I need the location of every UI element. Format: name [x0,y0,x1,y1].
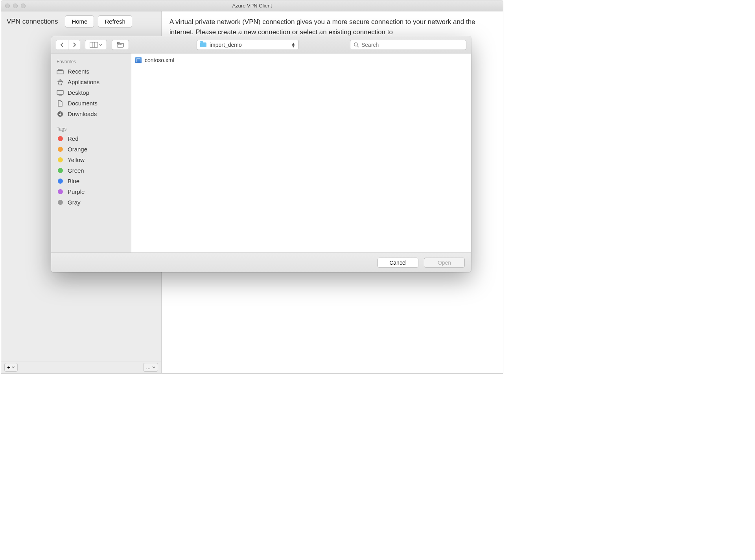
description-text: A virtual private network (VPN) connecti… [169,17,495,37]
back-button[interactable] [56,40,68,50]
tag-yellow[interactable]: Yellow [51,155,131,165]
chevron-down-icon [99,43,102,46]
ellipsis-icon: ... [146,364,151,370]
tags-heading: Tags [51,125,131,133]
sidebar-item-label: Desktop [68,89,89,96]
columns-icon [90,42,98,48]
recents-icon [57,69,64,74]
search-input[interactable] [361,42,463,48]
chevron-right-icon [72,42,76,47]
sidebar-item-desktop[interactable]: Desktop [51,87,131,98]
sidebar-item-label: Downloads [68,111,97,117]
cancel-button[interactable]: Cancel [378,258,418,268]
sidebar-item-documents[interactable]: Documents [51,98,131,109]
tag-dot-icon [58,157,63,162]
window-title: Azure VPN Client [1,3,503,9]
file-dialog-footer: Cancel Open [51,252,471,272]
svg-rect-10 [57,90,63,94]
folder-icon [200,42,206,47]
search-field[interactable] [350,40,466,50]
downloads-icon [57,111,64,117]
documents-icon [57,100,64,107]
file-open-dialog: import_demo ▲▼ Favorites Recents Applica… [51,36,471,272]
tag-dot-icon [58,189,63,194]
tag-label: Gray [68,199,81,206]
tag-green[interactable]: Green [51,165,131,176]
svg-rect-5 [120,44,122,45]
titlebar: Azure VPN Client [1,0,503,11]
view-mode-button[interactable] [85,40,107,50]
tag-label: Green [68,167,84,174]
sidebar-title: VPN connections [7,18,58,26]
sidebar-item-label: Recents [68,68,89,75]
svg-point-6 [354,42,357,46]
more-options-button[interactable]: ... [143,363,158,372]
svg-rect-4 [118,44,120,45]
tag-label: Blue [68,178,79,184]
chevron-left-icon [60,42,64,47]
tag-dot-icon [58,147,63,152]
file-dialog-sidebar: Favorites Recents Applications Desktop D… [51,53,131,252]
file-columns: contoso.xml [131,53,471,252]
svg-line-7 [357,46,359,47]
svg-rect-0 [90,42,98,48]
tag-red[interactable]: Red [51,133,131,144]
favorites-heading: Favorites [51,57,131,66]
plus-icon: + [7,364,10,370]
file-column-0: contoso.xml [131,53,239,252]
tag-dot-icon [58,200,63,205]
updown-icon: ▲▼ [291,42,295,48]
file-row[interactable]: contoso.xml [131,56,239,64]
desktop-icon [57,90,64,96]
tag-label: Purple [68,188,85,195]
tag-label: Yellow [68,157,85,163]
chevron-down-icon [152,366,155,369]
tag-purple[interactable]: Purple [51,186,131,197]
home-button[interactable]: Home [65,15,94,28]
sidebar-item-recents[interactable]: Recents [51,66,131,77]
file-column-1 [239,53,471,252]
applications-icon [57,79,64,85]
svg-rect-8 [57,70,63,74]
tag-orange[interactable]: Orange [51,144,131,155]
add-connection-button[interactable]: + [4,363,18,372]
sidebar-item-label: Documents [68,100,98,107]
svg-rect-9 [58,69,62,70]
tag-blue[interactable]: Blue [51,176,131,186]
tag-dot-icon [58,168,63,173]
path-popup[interactable]: import_demo ▲▼ [197,40,299,50]
tag-dot-icon [58,136,63,141]
tag-label: Red [68,135,79,142]
tag-dot-icon [58,179,63,184]
sidebar-item-applications[interactable]: Applications [51,77,131,87]
search-icon [354,42,359,48]
forward-button[interactable] [68,40,80,50]
tag-gray[interactable]: Gray [51,197,131,208]
tag-label: Orange [68,146,87,153]
nav-segmented [56,40,80,50]
group-button[interactable] [112,40,129,50]
sidebar-item-downloads[interactable]: Downloads [51,109,131,119]
folder-grid-icon [117,42,124,48]
refresh-button[interactable]: Refresh [98,15,132,28]
file-dialog-toolbar: import_demo ▲▼ [51,36,471,53]
file-name: contoso.xml [145,57,174,63]
xml-file-icon [135,57,142,63]
chevron-down-icon [12,366,15,369]
open-button[interactable]: Open [424,258,465,268]
current-folder-name: import_demo [210,42,242,48]
sidebar-item-label: Applications [68,79,99,85]
